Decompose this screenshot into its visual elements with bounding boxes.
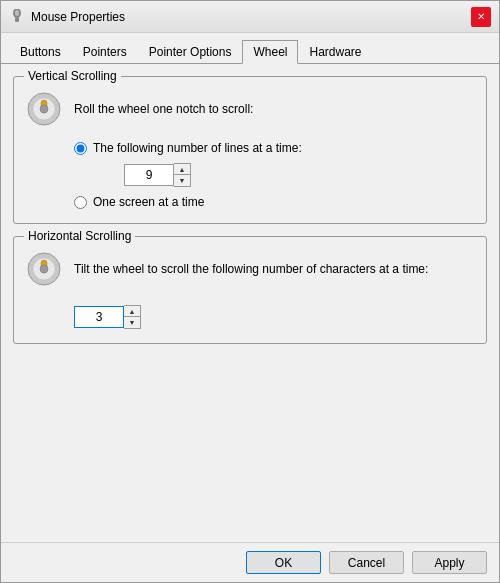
tabs-bar: Buttons Pointers Pointer Options Wheel H…: [1, 33, 499, 64]
vertical-scrolling-label: Vertical Scrolling: [24, 69, 121, 83]
svg-rect-1: [15, 17, 19, 22]
apply-button[interactable]: Apply: [412, 551, 487, 574]
radio-lines-row: The following number of lines at a time:: [74, 141, 476, 155]
lines-spin-up[interactable]: ▲: [174, 164, 190, 175]
cancel-button[interactable]: Cancel: [329, 551, 404, 574]
tab-pointer-options[interactable]: Pointer Options: [138, 40, 243, 64]
vertical-description: Roll the wheel one notch to scroll:: [74, 102, 253, 116]
scroll-wheel-icon: [24, 89, 64, 129]
tab-content: Vertical Scrolling Roll the wheel one no…: [1, 64, 499, 542]
lines-spinner-row: ▲ ▼: [124, 163, 476, 187]
chars-spinner-buttons: ▲ ▼: [124, 305, 141, 329]
horizontal-scrolling-group: Horizontal Scrolling Tilt the wheel to s…: [13, 236, 487, 344]
chars-value-input[interactable]: [74, 306, 124, 328]
footer: OK Cancel Apply: [1, 542, 499, 582]
window-title: Mouse Properties: [31, 10, 471, 24]
tab-pointers[interactable]: Pointers: [72, 40, 138, 64]
vertical-scrolling-group: Vertical Scrolling Roll the wheel one no…: [13, 76, 487, 224]
horizontal-scroll-icon: [24, 249, 64, 289]
horizontal-scrolling-label: Horizontal Scrolling: [24, 229, 135, 243]
horizontal-description: Tilt the wheel to scroll the following n…: [74, 262, 428, 276]
vertical-description-row: Roll the wheel one notch to scroll:: [24, 89, 476, 129]
title-bar: Mouse Properties ✕: [1, 1, 499, 33]
window-icon: [9, 9, 25, 25]
tab-hardware[interactable]: Hardware: [298, 40, 372, 64]
lines-spinner-buttons: ▲ ▼: [174, 163, 191, 187]
chars-spin-down[interactable]: ▼: [124, 317, 140, 328]
horizontal-description-row: Tilt the wheel to scroll the following n…: [24, 249, 476, 289]
tab-wheel[interactable]: Wheel: [242, 40, 298, 64]
radio-screen-label[interactable]: One screen at a time: [93, 195, 204, 209]
radio-screen-input[interactable]: [74, 196, 87, 209]
svg-point-10: [40, 265, 48, 273]
lines-value-input[interactable]: [124, 164, 174, 186]
tab-buttons[interactable]: Buttons: [9, 40, 72, 64]
mouse-properties-window: Mouse Properties ✕ Buttons Pointers Poin…: [0, 0, 500, 583]
svg-point-6: [40, 105, 48, 113]
radio-lines-input[interactable]: [74, 142, 87, 155]
chars-spinner-row: ▲ ▼: [74, 305, 476, 329]
ok-button[interactable]: OK: [246, 551, 321, 574]
svg-point-2: [15, 10, 19, 16]
radio-screen-row: One screen at a time: [74, 195, 476, 209]
chars-spin-up[interactable]: ▲: [124, 306, 140, 317]
radio-lines-label[interactable]: The following number of lines at a time:: [93, 141, 302, 155]
close-button[interactable]: ✕: [471, 7, 491, 27]
lines-spin-down[interactable]: ▼: [174, 175, 190, 186]
